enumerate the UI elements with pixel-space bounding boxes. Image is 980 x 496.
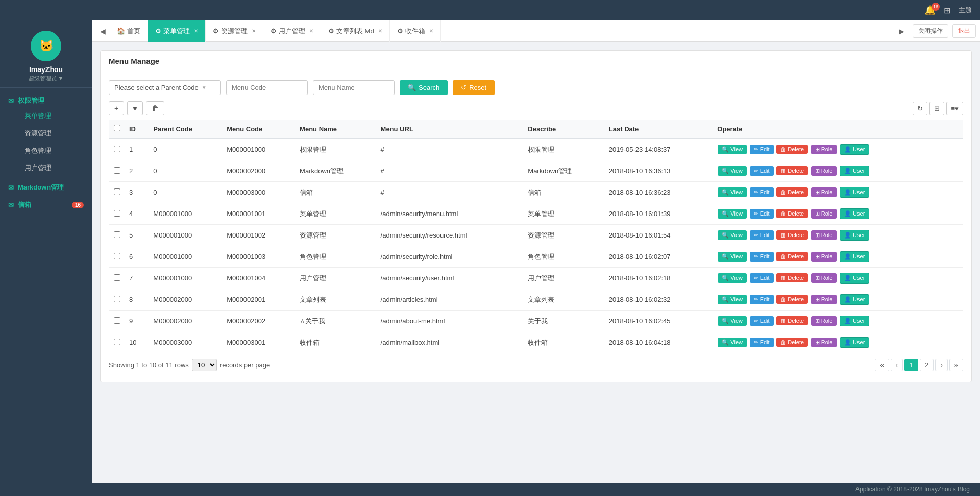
tab-resource-close[interactable]: ✕ <box>252 28 256 34</box>
op-view-button[interactable]: 🔍 View <box>718 145 747 154</box>
page-prev[interactable]: ‹ <box>891 359 903 371</box>
op-role-button[interactable]: ⊞ Role <box>811 252 837 262</box>
op-view-button[interactable]: 🔍 View <box>718 252 747 262</box>
reset-button[interactable]: ↺ Reset <box>453 80 495 95</box>
op-delete-button[interactable]: 🗑 Delete <box>776 316 808 325</box>
row-select-checkbox[interactable] <box>114 274 120 281</box>
op-role-button[interactable]: ⊞ Role <box>811 230 837 240</box>
nav-arrow-right[interactable]: ▶ <box>895 27 909 35</box>
op-view-button[interactable]: 🔍 View <box>718 187 747 197</box>
page-2[interactable]: 2 <box>920 359 934 371</box>
op-edit-button[interactable]: ✏ Edit <box>750 230 774 240</box>
close-ops-button[interactable]: 关闭操作 <box>913 24 948 38</box>
op-edit-button[interactable]: ✏ Edit <box>750 273 774 283</box>
op-role-button[interactable]: ⊞ Role <box>811 209 837 219</box>
op-user-button[interactable]: 👤 User <box>840 251 869 262</box>
op-delete-button[interactable]: 🗑 Delete <box>776 145 808 154</box>
op-view-button[interactable]: 🔍 View <box>718 230 747 240</box>
tab-home[interactable]: 🏠 首页 <box>110 20 148 42</box>
op-delete-button[interactable]: 🗑 Delete <box>776 338 808 347</box>
nav-arrow-left[interactable]: ◀ <box>96 27 110 35</box>
op-role-button[interactable]: ⊞ Role <box>811 166 837 176</box>
sidebar-item-menu-manage[interactable]: 菜单管理 <box>8 107 84 125</box>
op-edit-button[interactable]: ✏ Edit <box>750 316 774 326</box>
op-delete-button[interactable]: 🗑 Delete <box>776 273 808 282</box>
op-view-button[interactable]: 🔍 View <box>718 295 747 304</box>
op-view-button[interactable]: 🔍 View <box>718 209 747 219</box>
op-view-button[interactable]: 🔍 View <box>718 166 747 176</box>
menu-code-input[interactable] <box>226 80 308 95</box>
op-user-button[interactable]: 👤 User <box>840 166 869 176</box>
theme-label[interactable]: 主题 <box>959 6 972 15</box>
sidebar-section-mailbox[interactable]: ✉ 信箱 16 <box>0 196 92 211</box>
tab-menu-manage[interactable]: ⚙ 菜单管理 ✕ <box>148 20 206 42</box>
tab-user-close[interactable]: ✕ <box>309 28 313 34</box>
sidebar-section-header-markdown[interactable]: ✉ Markdown管理 <box>8 183 84 192</box>
row-select-checkbox[interactable] <box>114 188 120 195</box>
refresh-button[interactable]: ↻ <box>913 102 927 115</box>
op-view-button[interactable]: 🔍 View <box>718 273 747 283</box>
delete-button[interactable]: 🗑 <box>146 101 164 115</box>
op-edit-button[interactable]: ✏ Edit <box>750 187 774 197</box>
op-user-button[interactable]: 👤 User <box>840 294 869 305</box>
op-role-button[interactable]: ⊞ Role <box>811 145 837 154</box>
op-view-button[interactable]: 🔍 View <box>718 338 747 347</box>
tab-resource-manage[interactable]: ⚙ 资源管理 ✕ <box>206 20 263 42</box>
op-user-button[interactable]: 👤 User <box>840 337 869 348</box>
op-edit-button[interactable]: ✏ Edit <box>750 338 774 347</box>
favorite-button[interactable]: ♥ <box>127 101 142 115</box>
page-first[interactable]: « <box>875 359 889 371</box>
op-delete-button[interactable]: 🗑 Delete <box>776 230 808 240</box>
sidebar-section-header-permissions[interactable]: ✉ 权限管理 <box>8 96 84 105</box>
row-select-checkbox[interactable] <box>114 339 120 345</box>
per-page-select[interactable]: 10 25 50 <box>192 359 217 371</box>
op-edit-button[interactable]: ✏ Edit <box>750 145 774 154</box>
op-edit-button[interactable]: ✏ Edit <box>750 166 774 176</box>
tab-mailbox-close[interactable]: ✕ <box>429 28 433 34</box>
op-edit-button[interactable]: ✏ Edit <box>750 209 774 219</box>
op-delete-button[interactable]: 🗑 Delete <box>776 187 808 197</box>
add-button[interactable]: + <box>109 101 124 115</box>
sidebar-item-role-manage[interactable]: 角色管理 <box>8 142 84 159</box>
row-select-checkbox[interactable] <box>114 317 120 324</box>
op-user-button[interactable]: 👤 User <box>840 144 869 155</box>
logout-button[interactable]: 退出 <box>952 24 976 38</box>
page-1[interactable]: 1 <box>904 359 918 371</box>
op-user-button[interactable]: 👤 User <box>840 187 869 198</box>
tab-articles-close[interactable]: ✕ <box>378 28 382 34</box>
menu-name-input[interactable] <box>313 80 395 95</box>
notification-bell[interactable]: 🔔 16 <box>924 5 936 16</box>
tab-articles[interactable]: ⚙ 文章列表 Md ✕ <box>321 20 390 42</box>
list-view-button[interactable]: ≡▾ <box>946 102 963 115</box>
op-user-button[interactable]: 👤 User <box>840 208 869 219</box>
tab-user-manage[interactable]: ⚙ 用户管理 ✕ <box>263 20 321 42</box>
page-last[interactable]: » <box>949 359 963 371</box>
op-edit-button[interactable]: ✏ Edit <box>750 252 774 262</box>
sidebar-item-resource-manage[interactable]: 资源管理 <box>8 125 84 142</box>
sidebar-item-user-manage[interactable]: 用户管理 <box>8 159 84 177</box>
op-edit-button[interactable]: ✏ Edit <box>750 295 774 304</box>
tab-mailbox[interactable]: ⚙ 收件箱 ✕ <box>390 20 441 42</box>
select-all-checkbox[interactable] <box>114 125 120 131</box>
page-next[interactable]: › <box>935 359 947 371</box>
op-delete-button[interactable]: 🗑 Delete <box>776 209 808 218</box>
op-delete-button[interactable]: 🗑 Delete <box>776 252 808 261</box>
op-role-button[interactable]: ⊞ Role <box>811 187 837 197</box>
op-delete-button[interactable]: 🗑 Delete <box>776 166 808 175</box>
sidebar-role[interactable]: 超级管理员 ▼ <box>29 75 64 82</box>
row-select-checkbox[interactable] <box>114 231 120 238</box>
op-role-button[interactable]: ⊞ Role <box>811 273 837 283</box>
column-view-button[interactable]: ⊞ <box>929 102 944 115</box>
parent-code-select[interactable]: Please select a Parent Code ▼ <box>109 80 221 95</box>
row-select-checkbox[interactable] <box>114 296 120 302</box>
row-select-checkbox[interactable] <box>114 146 120 152</box>
row-select-checkbox[interactable] <box>114 167 120 174</box>
op-user-button[interactable]: 👤 User <box>840 230 869 241</box>
search-button[interactable]: 🔍 Search <box>400 80 448 95</box>
row-select-checkbox[interactable] <box>114 210 120 217</box>
row-select-checkbox[interactable] <box>114 253 120 259</box>
op-user-button[interactable]: 👤 User <box>840 316 869 326</box>
tab-menu-close[interactable]: ✕ <box>194 28 198 34</box>
op-role-button[interactable]: ⊞ Role <box>811 316 837 326</box>
op-view-button[interactable]: 🔍 View <box>718 316 747 326</box>
